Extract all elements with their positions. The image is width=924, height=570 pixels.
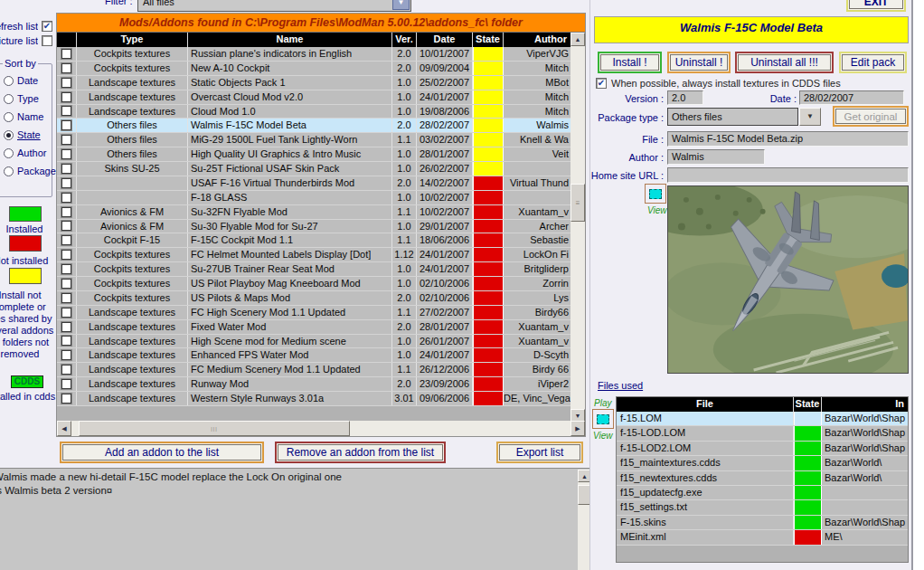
row-checkbox[interactable] <box>61 293 71 303</box>
row-checkbox[interactable] <box>61 308 71 318</box>
filter-dropdown[interactable]: All files ▼ <box>137 0 411 12</box>
row-checkbox[interactable] <box>61 149 71 159</box>
table-row[interactable]: Cockpits texturesNew A-10 Cockpit2.009/0… <box>57 62 585 76</box>
column-header-State[interactable]: State <box>473 33 504 47</box>
hscroll-track[interactable]: ||| <box>71 421 570 436</box>
file-row[interactable]: F-15.skinsBazar\World\Shap <box>617 516 908 530</box>
add-addon-button[interactable]: Add an addon to the list <box>62 444 261 461</box>
view-image-button[interactable] <box>645 184 666 204</box>
table-row[interactable]: Landscape texturesFixed Water Mod2.028/0… <box>57 320 585 335</box>
row-checkbox[interactable] <box>61 49 71 59</box>
table-row[interactable]: Others filesMiG-29 1500L Fuel Tank Light… <box>57 133 585 147</box>
table-row[interactable]: Cockpits texturesRussian plane's indicat… <box>57 47 585 62</box>
row-checkbox[interactable] <box>61 207 71 217</box>
row-checkbox[interactable] <box>61 336 71 346</box>
mods-vertical-scrollbar[interactable]: ▲ ≡ ▼ <box>570 33 585 423</box>
table-row[interactable]: Landscape texturesEnhanced FPS Water Mod… <box>57 348 585 363</box>
table-row[interactable]: Skins SU-25Su-25T Fictional USAF Skin Pa… <box>57 162 585 176</box>
table-row[interactable]: Others filesWalmis F-15C Model Beta2.028… <box>57 119 585 133</box>
radio-icon[interactable] <box>4 76 14 86</box>
row-checkbox[interactable] <box>61 350 71 360</box>
sort-option-author[interactable]: Author <box>4 147 46 158</box>
scroll-left-icon[interactable]: ◀ <box>57 421 71 436</box>
sort-option-name[interactable]: Name <box>4 111 43 122</box>
get-original-button[interactable]: Get original <box>835 109 906 124</box>
radio-icon[interactable] <box>4 130 14 140</box>
remove-addon-button[interactable]: Remove an addon from the list <box>278 444 443 461</box>
row-checkbox[interactable] <box>61 63 71 73</box>
sort-option-package[interactable]: Package <box>4 166 56 176</box>
row-checkbox[interactable] <box>61 135 71 145</box>
table-row[interactable]: Landscape texturesFC High Scenery Mod 1.… <box>57 306 585 320</box>
row-checkbox[interactable] <box>61 379 71 389</box>
column-header-checkbox[interactable] <box>57 33 77 47</box>
file-row[interactable]: f15_updatecfg.exe <box>617 486 908 500</box>
row-checkbox[interactable] <box>61 279 71 289</box>
author-field[interactable]: Walmis <box>667 149 765 165</box>
row-checkbox[interactable] <box>61 78 71 88</box>
file-row[interactable]: MEinit.xmlME\ <box>617 530 908 545</box>
mods-horizontal-scrollbar[interactable]: ◀ ||| ▶ <box>57 421 585 436</box>
scroll-right-icon[interactable]: ▶ <box>570 421 585 436</box>
file-row[interactable]: f-15.LOMBazar\World\Shap <box>617 412 908 426</box>
column-header-Name[interactable]: Name <box>188 33 392 47</box>
picture-list-checkbox[interactable] <box>42 35 52 46</box>
vscroll-track[interactable]: ≡ <box>570 46 585 409</box>
edit-pack-button[interactable]: Edit pack <box>842 54 904 71</box>
file-row[interactable]: f15_maintextures.cddsBazar\World\ <box>617 456 908 470</box>
table-row[interactable]: Landscape texturesStatic Objects Pack 11… <box>57 76 585 90</box>
files-column-header-in[interactable]: In <box>822 397 908 412</box>
file-row[interactable]: f-15-LOD.LOMBazar\World\Shap <box>617 426 908 441</box>
files-used-link[interactable]: Files used <box>598 380 643 391</box>
table-row[interactable]: Cockpits texturesFC Helmet Mounted Label… <box>57 248 585 262</box>
file-row[interactable]: f15_settings.txt <box>617 500 908 515</box>
row-checkbox[interactable] <box>61 120 71 130</box>
table-row[interactable]: Cockpits texturesUS Pilots & Maps Mod2.0… <box>57 291 585 306</box>
home-site-field[interactable] <box>667 167 909 183</box>
addon-description-textarea[interactable]: Walmis made a new hi-detail F-15C model … <box>0 468 592 570</box>
date-field[interactable]: 28/02/2007 <box>799 90 904 105</box>
package-type-dropdown[interactable]: Others files <box>667 108 798 126</box>
column-header-Date[interactable]: Date <box>417 33 473 47</box>
radio-icon[interactable] <box>4 148 14 158</box>
column-header-Ver.[interactable]: Ver. <box>392 33 417 47</box>
version-field[interactable]: 2.0 <box>667 90 703 105</box>
row-checkbox[interactable] <box>61 365 71 375</box>
table-row[interactable]: Cockpit F-15F-15C Cockpit Mod 1.11.118/0… <box>57 233 585 248</box>
table-row[interactable]: Cockpits texturesSu-27UB Trainer Rear Se… <box>57 262 585 277</box>
table-row[interactable]: Landscape texturesHigh Scene mod for Med… <box>57 335 585 349</box>
chevron-down-icon[interactable]: ▼ <box>392 0 410 10</box>
install-button[interactable]: Install ! <box>600 54 659 71</box>
row-checkbox[interactable] <box>61 193 71 203</box>
file-row[interactable]: f15_newtextures.cddsBazar\World\ <box>617 471 908 486</box>
row-checkbox[interactable] <box>61 92 71 102</box>
chevron-down-icon[interactable]: ▼ <box>799 108 821 126</box>
cdds-checkbox[interactable] <box>596 78 607 89</box>
radio-icon[interactable] <box>4 166 14 176</box>
row-checkbox[interactable] <box>61 178 71 188</box>
table-row[interactable]: USAF F-16 Virtual Thunderbirds Mod2.014/… <box>57 176 585 191</box>
radio-icon[interactable] <box>4 94 14 104</box>
table-row[interactable]: Others filesHigh Quality UI Graphics & I… <box>57 147 585 162</box>
row-checkbox[interactable] <box>61 250 71 260</box>
sort-option-type[interactable]: Type <box>4 93 39 104</box>
exit-button[interactable]: EXIT <box>849 0 903 9</box>
scroll-up-icon[interactable]: ▲ <box>570 33 585 46</box>
table-row[interactable]: Avionics & FMSu-30 Flyable Mod for Su-27… <box>57 220 585 234</box>
row-checkbox[interactable] <box>61 264 71 274</box>
uninstall-all-button[interactable]: Uninstall all !!! <box>738 54 831 71</box>
files-column-header-state[interactable]: State <box>794 397 822 412</box>
table-row[interactable]: Avionics & FMSu-32FN Flyable Mod1.110/02… <box>57 205 585 220</box>
hscroll-thumb[interactable]: ||| <box>79 421 350 436</box>
table-row[interactable]: Landscape texturesWestern Style Runways … <box>57 392 585 406</box>
export-list-button[interactable]: Export list <box>499 444 580 461</box>
sort-option-date[interactable]: Date <box>4 75 38 86</box>
sort-option-state[interactable]: State <box>4 129 41 140</box>
refresh-list-checkbox[interactable] <box>42 21 52 32</box>
row-checkbox[interactable] <box>61 164 71 174</box>
table-row[interactable]: Landscape texturesFC Medium Scenery Mod … <box>57 363 585 377</box>
radio-icon[interactable] <box>4 112 14 122</box>
files-column-header-file[interactable]: File <box>617 397 794 412</box>
file-field[interactable]: Walmis F-15C Model Beta.zip <box>667 131 909 147</box>
row-checkbox[interactable] <box>61 322 71 332</box>
